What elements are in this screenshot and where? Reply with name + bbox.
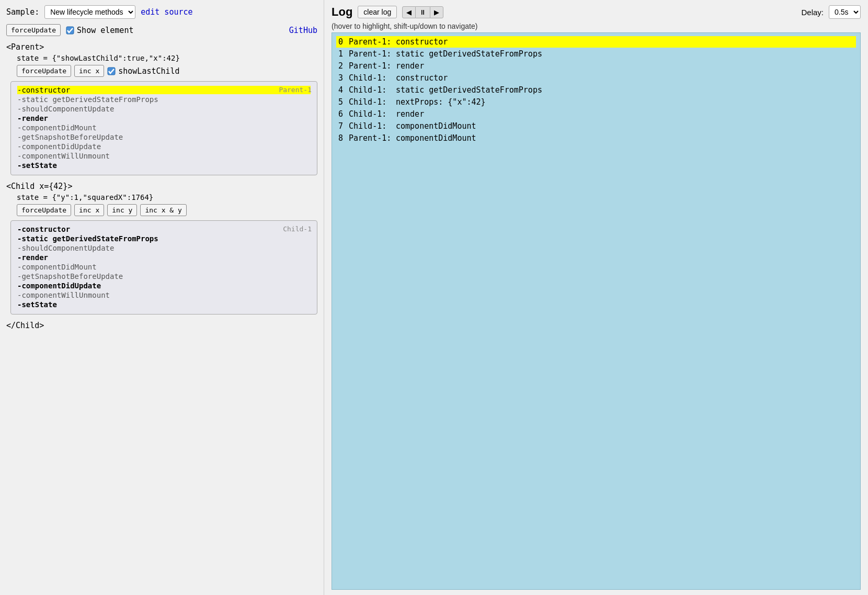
child-state-line: state = {"y":1,"squaredX":1764} (17, 193, 317, 201)
lifecycle-item-parent-0[interactable]: -constructor (17, 86, 311, 94)
lifecycle-item-parent-2[interactable]: -shouldComponentUpdate (17, 105, 311, 113)
parent-button-row: forceUpdate inc x showLastChild (17, 65, 317, 77)
show-element-wrapper: Show element (66, 26, 133, 35)
child-force-update-btn[interactable]: forceUpdate (17, 204, 71, 216)
github-link[interactable]: GitHub (289, 26, 317, 35)
delay-select[interactable]: 0.5s 1s 2s (829, 5, 861, 19)
delay-label: Delay: (801, 8, 824, 17)
log-entry-component: Parent-1: (349, 37, 396, 47)
lifecycle-item-child-0[interactable]: -constructor (17, 225, 311, 233)
lifecycle-item-child-8[interactable]: -setState (17, 300, 311, 309)
log-entry-component: Child-1: (349, 97, 396, 107)
lifecycle-item-child-4[interactable]: -componentDidMount (17, 263, 311, 271)
log-entry[interactable]: 0 Parent-1: constructor (336, 36, 856, 48)
log-entry-num: 3 (338, 73, 349, 83)
log-entry-component: Parent-1: (349, 133, 396, 143)
log-entry-num: 0 (338, 37, 349, 47)
parent-open-tag: <Parent> (6, 42, 317, 52)
lifecycle-item-parent-6[interactable]: -componentDidUpdate (17, 142, 311, 151)
log-entry-num: 4 (338, 85, 349, 95)
log-entry-component: Parent-1: (349, 49, 396, 59)
log-entry-method: componentDidMount (396, 121, 476, 131)
log-entry-num: 8 (338, 133, 349, 143)
child-block: <Child x={42}> state = {"y":1,"squaredX"… (6, 182, 317, 315)
right-panel: Log clear log ◀ ⏸ ▶ Delay: 0.5s 1s 2s (h… (324, 0, 868, 595)
lifecycle-item-child-7[interactable]: -componentWillUnmount (17, 291, 311, 299)
nav-group: ◀ ⏸ ▶ (402, 6, 443, 18)
child-open-tag: <Child x={42}> (6, 182, 317, 191)
log-area: 0 Parent-1: constructor1 Parent-1: stati… (332, 32, 861, 590)
log-entry[interactable]: 1 Parent-1: static getDerivedStateFromPr… (336, 48, 856, 60)
lifecycle-item-parent-7[interactable]: -componentWillUnmount (17, 152, 311, 160)
second-bar: forceUpdate Show element GitHub (6, 24, 317, 36)
left-panel: Sample: New lifecycle methods setState e… (0, 0, 324, 595)
log-entry-method: static getDerivedStateFromProps (396, 49, 542, 59)
lifecycle-item-child-6[interactable]: -componentDidUpdate (17, 282, 311, 290)
log-entry-method: render (396, 61, 424, 71)
nav-next-button[interactable]: ▶ (430, 6, 443, 18)
child-inc-x-btn[interactable]: inc x (74, 204, 104, 216)
child-component-label: Child-1 (283, 225, 312, 233)
log-entry[interactable]: 4 Child-1: static getDerivedStateFromPro… (336, 84, 856, 96)
hint-text: (hover to highlight, shift-up/down to na… (332, 22, 861, 30)
log-entry-component: Child-1: (349, 109, 396, 119)
log-entry[interactable]: 7 Child-1: componentDidMount (336, 120, 856, 132)
parent-state-line: state = {"showLastChild":true,"x":42} (17, 54, 317, 62)
parent-component-label: Parent-1 (279, 86, 312, 94)
parent-inc-x-btn[interactable]: inc x (74, 65, 104, 77)
lifecycle-item-parent-3[interactable]: -render (17, 114, 311, 122)
log-entry[interactable]: 8 Parent-1: componentDidMount (336, 132, 856, 144)
show-element-checkbox-icon[interactable] (66, 26, 74, 35)
log-entry-method: nextProps: {"x":42} (396, 97, 486, 107)
log-entry-component: Child-1: (349, 73, 396, 83)
force-update-button-top[interactable]: forceUpdate (6, 24, 61, 36)
parent-checkbox-row: showLastChild (107, 66, 179, 76)
log-entry[interactable]: 3 Child-1: constructor (336, 72, 856, 84)
parent-lifecycle-box: Parent-1 -constructor -static getDerived… (10, 81, 317, 175)
lifecycle-item-parent-4[interactable]: -componentDidMount (17, 124, 311, 132)
child-closing-tag: </Child> (6, 321, 317, 330)
log-header: Log clear log ◀ ⏸ ▶ Delay: 0.5s 1s 2s (332, 5, 861, 19)
log-entry-method: constructor (396, 37, 448, 47)
log-entry-num: 5 (338, 97, 349, 107)
show-element-label: Show element (77, 26, 133, 35)
lifecycle-item-parent-5[interactable]: -getSnapshotBeforeUpdate (17, 133, 311, 141)
log-entry[interactable]: 6 Child-1: render (336, 108, 856, 120)
log-entry-method: componentDidMount (396, 133, 476, 143)
log-entry-component: Child-1: (349, 121, 396, 131)
log-entry-method: render (396, 109, 424, 119)
log-entry-num: 7 (338, 121, 349, 131)
sample-select[interactable]: New lifecycle methods setState (44, 5, 135, 19)
child-button-row: forceUpdate inc x inc y inc x & y (17, 204, 317, 216)
log-entry-num: 1 (338, 49, 349, 59)
parent-block: <Parent> state = {"showLastChild":true,"… (6, 42, 317, 175)
log-entry-method: static getDerivedStateFromProps (396, 85, 542, 95)
nav-prev-button[interactable]: ◀ (402, 6, 416, 18)
lifecycle-item-child-2[interactable]: -shouldComponentUpdate (17, 244, 311, 252)
top-bar: Sample: New lifecycle methods setState e… (6, 5, 317, 19)
lifecycle-item-parent-8[interactable]: -setState (17, 161, 311, 170)
log-entry-component: Child-1: (349, 85, 396, 95)
lifecycle-item-child-1[interactable]: -static getDerivedStateFromProps (17, 234, 311, 243)
child-inc-y-btn[interactable]: inc y (107, 204, 137, 216)
log-entry-component: Parent-1: (349, 61, 396, 71)
lifecycle-item-child-5[interactable]: -getSnapshotBeforeUpdate (17, 272, 311, 280)
show-last-child-checkbox[interactable] (107, 67, 116, 75)
log-title: Log (332, 5, 352, 19)
parent-force-update-btn[interactable]: forceUpdate (17, 65, 71, 77)
log-entry-num: 6 (338, 109, 349, 119)
log-entry-num: 2 (338, 61, 349, 71)
lifecycle-item-child-3[interactable]: -render (17, 253, 311, 262)
edit-source-link[interactable]: edit source (141, 7, 192, 17)
lifecycle-item-parent-1[interactable]: -static getDerivedStateFromProps (17, 95, 311, 104)
child-inc-xy-btn[interactable]: inc x & y (140, 204, 186, 216)
log-entry[interactable]: 2 Parent-1: render (336, 60, 856, 72)
log-entry-method: constructor (396, 73, 448, 83)
sample-label: Sample: (6, 7, 39, 17)
nav-pause-button[interactable]: ⏸ (416, 6, 430, 18)
clear-log-button[interactable]: clear log (358, 6, 397, 18)
child-lifecycle-box: Child-1 -constructor -static getDerivedS… (10, 220, 317, 315)
log-entry[interactable]: 5 Child-1: nextProps: {"x":42} (336, 96, 856, 108)
show-last-child-label: showLastChild (118, 66, 179, 76)
